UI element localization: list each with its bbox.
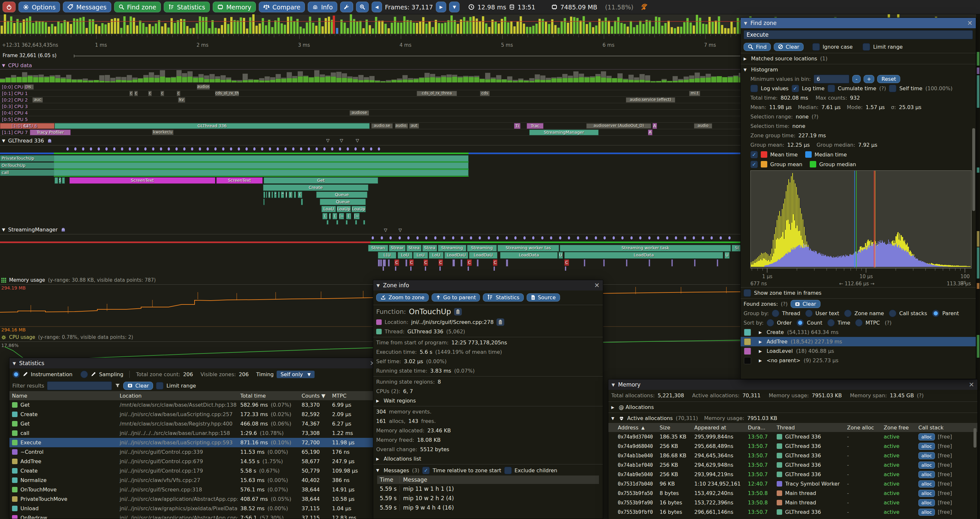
zone-thread[interactable]: GLThread 336 bbox=[407, 329, 443, 335]
message-row[interactable]: 5.59 smip 9 w 4 h 4 (16) bbox=[377, 503, 599, 512]
group-by-radio-call-stacks[interactable] bbox=[889, 310, 896, 317]
message-row[interactable]: 5.59 smip 11 w 1 h 1 (1) bbox=[377, 484, 599, 493]
group-by-radio-user-text[interactable] bbox=[805, 310, 813, 317]
alloc-callstack-button[interactable]: alloc bbox=[918, 481, 935, 487]
zone-bar[interactable]: Queue bbox=[320, 199, 366, 205]
sample-dot[interactable] bbox=[121, 147, 123, 151]
sample-dot[interactable] bbox=[331, 147, 333, 151]
zone-bar[interactable] bbox=[271, 192, 273, 198]
allocation-row[interactable]: 0x74a9d37040186.35 KB295,999,844ns13:50.… bbox=[608, 432, 977, 441]
sample-dot[interactable] bbox=[729, 236, 730, 240]
sample-dot[interactable] bbox=[183, 147, 186, 151]
sample-dot[interactable] bbox=[137, 147, 139, 151]
zone-bar[interactable]: aut bbox=[409, 123, 419, 129]
zoom-search-button[interactable] bbox=[356, 2, 369, 12]
sample-dot[interactable] bbox=[568, 236, 570, 240]
sample-dot[interactable] bbox=[720, 236, 722, 240]
statistics-row[interactable]: OnTouchMovejni/../jni/src/guif/Screen.cp… bbox=[10, 485, 379, 494]
zone-bar[interactable]: Streaming worker task bbox=[560, 245, 731, 252]
sample-dot[interactable] bbox=[577, 236, 579, 240]
zone-bar[interactable]: ScreenText bbox=[216, 177, 262, 184]
alloc-callstack-button[interactable]: alloc bbox=[918, 433, 935, 441]
sample-dot[interactable] bbox=[370, 147, 372, 151]
alloc-callstack-button[interactable]: alloc bbox=[918, 499, 935, 506]
copy-button[interactable] bbox=[454, 308, 462, 316]
zone-bar[interactable]: mi.t bbox=[689, 91, 700, 96]
reset-button[interactable]: Reset bbox=[877, 75, 900, 83]
sample-dot[interactable] bbox=[199, 147, 201, 151]
statistics-row[interactable]: Createjni/../jni/src/claw/base/LuaScript… bbox=[10, 410, 379, 419]
find-zone-scrollbar[interactable] bbox=[972, 128, 975, 211]
group-by-radio-thread[interactable] bbox=[772, 310, 779, 317]
sample-dot[interactable] bbox=[603, 236, 606, 240]
clear-found-button[interactable]: Clear bbox=[791, 300, 821, 308]
legend-color-swatch[interactable] bbox=[810, 161, 816, 168]
zone-bar[interactable]: Streaming worker tas bbox=[498, 245, 559, 252]
sample-dot[interactable] bbox=[175, 147, 178, 151]
sample-dot[interactable] bbox=[269, 147, 271, 151]
zone-bar[interactable]: A bbox=[652, 123, 657, 129]
zone-bar[interactable]: cds_ol_rx_thr bbox=[215, 91, 239, 96]
min-bin-input[interactable] bbox=[814, 75, 849, 83]
copy-button[interactable] bbox=[496, 318, 504, 326]
message-marker[interactable]: ▽ bbox=[384, 228, 387, 232]
zone-bar[interactable]: LoaUp bbox=[337, 206, 351, 212]
zone-bar[interactable] bbox=[62, 177, 65, 184]
zone-bar[interactable]: LoU bbox=[398, 252, 412, 259]
zone-bar[interactable]: Strea bbox=[406, 245, 422, 252]
sample-dot[interactable] bbox=[144, 147, 146, 151]
sample-dot[interactable] bbox=[657, 236, 659, 240]
sample-dot[interactable] bbox=[285, 147, 287, 151]
group-by-radio-zone-name[interactable] bbox=[844, 310, 851, 317]
zone-bar[interactable]: | bbox=[285, 192, 287, 198]
statistics-row[interactable]: OnRedrawjni/../jni/src/claw/application/… bbox=[10, 513, 379, 519]
exclude-children-checkbox[interactable] bbox=[504, 467, 512, 474]
allocation-row[interactable]: 0x7553b9fbf016 bytes296,661,146ns13:50.7… bbox=[608, 507, 977, 517]
expand-icon[interactable]: ▶ bbox=[759, 330, 764, 335]
zone-bar[interactable]: | bbox=[329, 213, 331, 219]
sample-dot[interactable] bbox=[461, 236, 463, 240]
allocation-row[interactable]: 0x7531d7b04096 KB1:10 234,952,16112:40.7… bbox=[608, 479, 977, 489]
statistics-row[interactable]: Get/mnt/e/claw/src/claw/base/AssetDict.h… bbox=[10, 400, 379, 410]
find-zone-button[interactable]: Find zone bbox=[114, 2, 161, 12]
zone-bar[interactable]: audio bbox=[694, 123, 712, 129]
zone-bar[interactable]: ^ bbox=[281, 192, 284, 198]
sample-dot[interactable] bbox=[443, 236, 445, 240]
zone-bar[interactable]: LoU bbox=[429, 252, 444, 259]
cpu-data-header[interactable]: ▼ CPU data bbox=[2, 62, 32, 69]
sample-dot[interactable] bbox=[407, 236, 410, 240]
expand-icon[interactable]: ▶ bbox=[759, 358, 764, 363]
zone-bar[interactable]: audioserver (AudioOut_D) bbox=[586, 123, 651, 129]
zone-bar[interactable] bbox=[263, 199, 265, 205]
sample-dot[interactable] bbox=[612, 236, 615, 240]
cumulate-checkbox[interactable] bbox=[827, 85, 835, 92]
zone-bar[interactable]: ( bbox=[298, 192, 302, 198]
expand-icon[interactable]: ▶ bbox=[759, 349, 764, 353]
zone-bar[interactable]: Strea bbox=[422, 245, 437, 252]
zone-bar[interactable]: | bbox=[268, 192, 270, 198]
memory-scrollbar[interactable] bbox=[974, 428, 977, 447]
sample-dot[interactable] bbox=[129, 147, 131, 151]
memory-table-header[interactable]: Address▲ Size Appeared at Dura... Thread… bbox=[608, 423, 977, 432]
sample-dot[interactable] bbox=[261, 147, 263, 151]
sample-dot[interactable] bbox=[67, 147, 69, 151]
statistics-row[interactable]: Get/mnt/e/claw/src/claw/base/Registry.hp… bbox=[10, 419, 379, 428]
zone-bar[interactable]: Strear bbox=[389, 245, 406, 252]
zone-bar[interactable] bbox=[301, 199, 303, 205]
statistics-row[interactable]: ~Controljni/../jni/src/guif/Control.cpp:… bbox=[10, 447, 379, 457]
zone-bar[interactable]: c bbox=[148, 91, 152, 96]
sample-dot[interactable] bbox=[684, 236, 686, 240]
sample-dot[interactable] bbox=[300, 147, 302, 151]
sample-dot[interactable] bbox=[470, 236, 472, 240]
sample-dot[interactable] bbox=[113, 147, 115, 151]
sample-dot[interactable] bbox=[585, 236, 588, 240]
zone-bar[interactable]: | bbox=[289, 192, 293, 198]
alloc-callstack-button[interactable]: alloc bbox=[918, 452, 935, 459]
log-time-checkbox[interactable] bbox=[792, 85, 799, 92]
zone-bar[interactable]: kv bbox=[178, 97, 185, 102]
zone-bar[interactable]: PrivateTouchUp bbox=[0, 155, 469, 161]
sample-dot[interactable] bbox=[506, 236, 508, 240]
zone-bar[interactable] bbox=[278, 192, 280, 198]
find-zone-search-input[interactable] bbox=[744, 30, 973, 39]
statistics-button[interactable]: Statistics bbox=[164, 2, 210, 12]
